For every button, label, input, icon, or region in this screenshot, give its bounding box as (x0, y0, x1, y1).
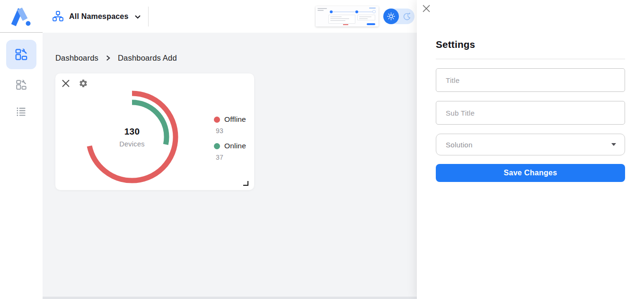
close-icon (62, 79, 70, 88)
thumb-stepper-dot (372, 10, 376, 13)
dropdown-caret-icon (611, 143, 616, 146)
brand-logo[interactable] (0, 0, 43, 33)
chevron-right-icon (105, 54, 112, 62)
online-dot-icon (214, 143, 220, 149)
content-area: Dashboards Dashboards Add (43, 33, 417, 299)
dashboard-preview-thumbnail (316, 6, 379, 27)
header-divider (148, 7, 149, 27)
solution-select[interactable]: Solution (436, 134, 625, 155)
close-icon (422, 4, 431, 13)
thumb-line (318, 10, 324, 11)
sun-icon (387, 12, 395, 20)
thumb-red-text (343, 24, 348, 25)
devices-widget-card: 130 Devices Offline 93 (55, 73, 254, 190)
chevron-down-icon (134, 13, 141, 20)
widget-close-button[interactable] (62, 79, 70, 88)
offline-value: 93 (214, 127, 246, 135)
thumb-stepper-dot (355, 10, 358, 13)
sidebar-item-dashboards-manage[interactable] (6, 40, 36, 69)
panel-title: Settings (436, 39, 625, 50)
chart-legend: Offline 93 Online 37 (214, 115, 246, 161)
breadcrumb-dashboards-add: Dashboards Add (118, 54, 177, 63)
dashboards-manage-icon (14, 47, 28, 62)
thumb-accent (369, 8, 376, 9)
thumb-panel (328, 15, 355, 24)
online-label: Online (224, 142, 246, 150)
namespace-selector[interactable]: All Namespaces (43, 0, 148, 33)
widget-resize-handle[interactable] (243, 181, 248, 186)
theme-toggle (383, 9, 415, 24)
thumb-button (367, 23, 375, 26)
brand-logo-icon (8, 5, 35, 27)
header-right (316, 6, 417, 27)
legend-item-online: Online 37 (214, 142, 246, 161)
sidebar-item-list[interactable] (6, 100, 36, 123)
horizontal-scrollbar[interactable] (43, 297, 417, 299)
top-header: All Namespaces (43, 0, 417, 33)
dashboards-icon (15, 79, 27, 91)
thumb-stepper-line (330, 11, 375, 12)
offline-label: Offline (224, 115, 246, 124)
settings-panel: Settings Solution Save Changes (417, 0, 644, 299)
widget-settings-button[interactable] (79, 79, 88, 88)
gear-icon (79, 79, 88, 88)
thumb-stepper-dot (330, 10, 333, 13)
namespace-hierarchy-icon (52, 10, 64, 22)
legend-item-offline: Offline 93 (214, 115, 246, 135)
list-icon (15, 106, 27, 118)
online-value: 37 (214, 154, 246, 161)
breadcrumb: Dashboards Dashboards Add (55, 54, 417, 63)
subtitle-input[interactable] (436, 101, 625, 125)
panel-divider (436, 59, 625, 59)
donut-svg (85, 90, 179, 184)
save-changes-button[interactable]: Save Changes (436, 164, 625, 182)
breadcrumb-dashboards[interactable]: Dashboards (55, 54, 98, 63)
devices-donut-chart: 130 Devices (85, 90, 179, 184)
moon-icon (402, 12, 411, 21)
solution-select-value: Solution (446, 141, 473, 149)
title-input[interactable] (436, 68, 625, 92)
app-root: All Namespaces (0, 0, 644, 299)
namespace-selector-label: All Namespaces (69, 12, 129, 21)
thumb-line (318, 8, 327, 9)
sidebar-item-dashboards[interactable] (6, 73, 36, 96)
sidebar-nav (0, 33, 43, 127)
left-rail (0, 0, 43, 299)
main-column: All Namespaces (43, 0, 417, 299)
offline-dot-icon (214, 117, 220, 123)
panel-close-button[interactable] (422, 4, 431, 13)
dark-mode-button[interactable] (399, 12, 415, 21)
widget-actions (62, 79, 88, 88)
light-mode-button[interactable] (383, 9, 399, 24)
thumb-panel (357, 15, 375, 20)
